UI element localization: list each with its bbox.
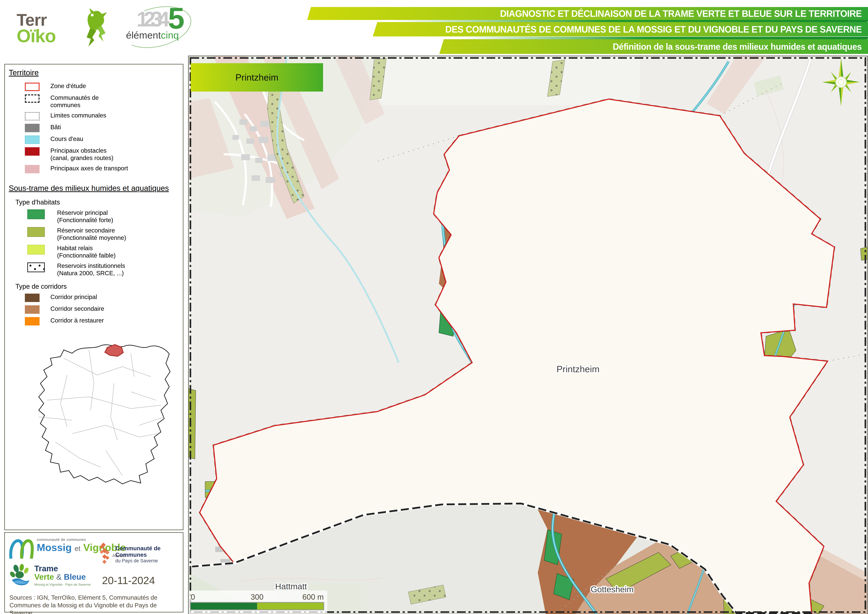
terroiko-wordmark-oiko: Oïko (17, 28, 56, 45)
legend-item-limites: Limites communales (25, 112, 180, 120)
tvb-paw-icon (9, 564, 31, 587)
label-gottesheim: Gottesheim (591, 585, 634, 594)
element-cinq-logo: 1234 5 élémentcinq (122, 7, 196, 51)
banner-text-1: DIAGNOSTIC ET DÉCLINAISON DE LA TRAME VE… (500, 8, 862, 19)
limites-swatch (25, 112, 40, 120)
banner-accent-wedge (461, 37, 868, 40)
saverne-diamonds-icon (96, 541, 113, 567)
element-cinq-digits: 1234 (136, 7, 165, 31)
map-title-text: Printzheim (236, 72, 278, 82)
axes-swatch (25, 165, 40, 173)
legend-subhead-corridors: Type de corridors (16, 283, 180, 290)
inset-region-outline (39, 345, 170, 484)
compass-rose-icon (820, 58, 862, 107)
reservoirs-institutionnels-swatch (27, 263, 45, 272)
sources-text: Sources : IGN, TerrOïko, Elément 5, Comm… (9, 594, 178, 614)
map-date: 20-11-2024 (102, 574, 155, 586)
cours-eau-swatch (25, 135, 40, 144)
banner-accent-wedge (393, 20, 868, 22)
reservoir-secondaire-swatch (27, 227, 45, 237)
bati-swatch (25, 124, 40, 132)
corridor-principal-swatch (25, 294, 40, 302)
legend-item-corridor-secondaire: Corridor secondaire (25, 305, 180, 314)
corridor-secondaire-swatch (25, 305, 40, 314)
legend-item-corridor-principal: Corridor principal (25, 293, 180, 302)
credits-panel: communauté de communes Mossig et Vignobl… (5, 532, 183, 612)
label-printzheim: Printzheim (556, 364, 600, 374)
legend-item-obstacles: Principaux obstacles (canal, grandes rou… (25, 147, 180, 162)
legend-item-axes: Principaux axes de transport (25, 165, 180, 173)
banner-text-2: DES COMMUNAUTÉS DE COMMUNES DE LA MOSSIG… (445, 24, 862, 35)
pays-saverne-logo: Communauté de Communes du Pays de Savern… (96, 541, 183, 567)
legend-item-cours-eau: Cours d'eau (25, 135, 180, 144)
terroiko-logo: Terr Oïko (17, 5, 115, 54)
communautes-swatch (25, 94, 40, 103)
banner-title-line1: DIAGNOSTIC ET DÉCLINAISON DE LA TRAME VE… (307, 7, 868, 20)
scale-end: 600 m (302, 593, 324, 601)
map-drawing: Printzheim Hattmatt Gottesheim 0 300 600… (189, 56, 867, 614)
trame-verte-bleue-logo: Trame Verte & Bleue Mossig et Vignoble -… (9, 564, 91, 587)
corridor-restaurer-swatch (25, 317, 40, 325)
legend-subhead-habitats: Type d'habitats (16, 199, 180, 206)
map-title-box: Printzheim (191, 63, 323, 92)
banner-title-line3: Définition de la sous-trame des milieux … (439, 39, 868, 54)
habitat-relais-swatch (27, 245, 45, 255)
legend-item-habitat-relais: Habitat relais (Fonctionnalité faible) (27, 244, 180, 259)
banner-title-line2: DES COMMUNAUTÉS DE COMMUNES DE LA MOSSIG… (373, 22, 868, 36)
legend-item-bati: Bâti (25, 123, 180, 132)
mossig-m-icon (8, 538, 34, 559)
obstacles-swatch (25, 147, 40, 155)
legend-item-zone-etude: Zone d'étude (25, 82, 180, 91)
reservoir-principal-swatch (27, 209, 45, 219)
banner-text-3: Définition de la sous-trame des milieux … (613, 41, 862, 52)
element-cinq-word: élément (126, 30, 161, 40)
legend-item-reservoir-principal: Réservoir principal (Fonctionnalité fort… (27, 209, 180, 224)
legend-section-soustrame: Sous-trame des milieux humides et aquati… (9, 184, 180, 193)
zone-etude-swatch (25, 82, 40, 91)
map-canvas: Printzheim Hattmatt Gottesheim 0 300 600… (188, 56, 868, 614)
element-cinq-word2: cinq (161, 30, 179, 40)
scale-zero: 0 (191, 593, 195, 601)
terroiko-wordmark-terr: Terr (17, 12, 56, 28)
scale-mid: 300 (251, 593, 264, 601)
frog-icon (69, 5, 115, 51)
scale-bar: 0 300 600 m (189, 591, 327, 614)
legend-section-territoire: Territoire (9, 68, 180, 77)
label-hattmatt: Hattmatt (275, 582, 307, 591)
map-layout-page: Terr Oïko 1234 5 élémentcinq DIAGNOSTIC … (0, 0, 868, 614)
legend-panel: Territoire Zone d'étude Communautés de c… (5, 64, 183, 530)
inset-map (9, 333, 180, 488)
legend-item-communautes: Communautés de communes (25, 94, 180, 109)
legend-item-corridor-restaurer: Corridor à restaurer (25, 317, 180, 325)
legend-item-reservoir-secondaire: Réservoir secondaire (Fonctionnalité moy… (27, 227, 180, 241)
legend-item-reservoirs-institutionnels: Reservoirs institutionnels (Natura 2000,… (27, 262, 180, 277)
